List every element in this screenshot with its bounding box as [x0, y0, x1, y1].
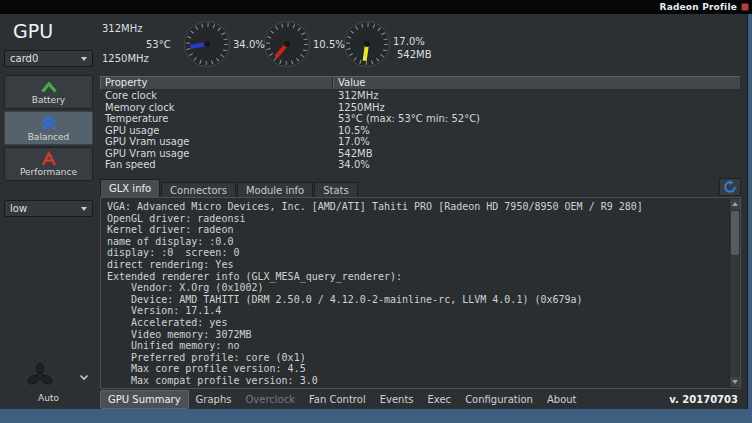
value-cell: 10.5%: [333, 125, 741, 137]
temperature-readout: 53°C: [146, 39, 171, 50]
tab-about[interactable]: About: [540, 391, 584, 408]
table-row: GPU Vram usage17.0%: [100, 136, 741, 148]
value-cell: 312MHz: [333, 90, 741, 102]
tab-exec[interactable]: Exec: [421, 391, 459, 408]
glx-line: Max compat profile version: 3.0: [107, 375, 734, 387]
vram-usage-gauge: [343, 20, 391, 68]
fan-speed-gauge: [183, 20, 231, 68]
tray-icon[interactable]: [741, 3, 749, 11]
glx-line: Vendor: X.Org (0x1002): [107, 282, 734, 294]
glx-info-panel[interactable]: VGA: Advanced Micro Devices, Inc. [AMD/A…: [100, 197, 741, 389]
tab-configuration[interactable]: Configuration: [458, 391, 540, 408]
triangle-down-icon: [732, 380, 738, 384]
glx-line: Version: 17.1.4: [107, 305, 734, 317]
fan-icon: [26, 362, 54, 390]
gpu-usage-value: 10.5%: [313, 39, 345, 50]
memory-clock-readout: 1250MHz: [102, 53, 149, 64]
app-window: GPU card0 Battery Balanced: [0, 14, 748, 409]
column-header-value[interactable]: Value: [333, 76, 741, 90]
table-row: Memory clock1250MHz: [100, 102, 741, 114]
value-cell: 34.0%: [333, 159, 741, 171]
glx-line: Unified memory: no: [107, 340, 734, 352]
value-cell: 17.0%: [333, 136, 741, 148]
vram-usage-percent: 17.0%: [393, 36, 425, 47]
value-cell: 542MB: [333, 148, 741, 160]
tab-gpu-summary[interactable]: GPU Summary: [100, 390, 189, 409]
property-cell: Memory clock: [100, 102, 333, 114]
scrollbar-handle[interactable]: [731, 211, 739, 255]
card-select-value: card0: [10, 53, 38, 64]
refresh-button[interactable]: [719, 178, 741, 196]
tab-glx-info[interactable]: GLX info: [100, 179, 160, 197]
vertical-scrollbar[interactable]: [729, 199, 739, 387]
glx-line: Preferred profile: core (0x1): [107, 352, 734, 364]
property-table: Property Value Core clock312MHz Memory c…: [100, 76, 741, 171]
glx-line: Extended renderer info (GLX_MESA_query_r…: [107, 271, 734, 283]
battery-profile-label: Battery: [32, 95, 65, 105]
value-cell: 1250MHz: [333, 102, 741, 114]
glx-line: direct rendering: Yes: [107, 259, 734, 271]
vram-usage-mb: 542MB: [397, 49, 432, 60]
tab-events[interactable]: Events: [373, 391, 421, 408]
column-header-property[interactable]: Property: [100, 76, 333, 90]
performance-profile-button[interactable]: Performance: [4, 147, 93, 181]
chevron-down-icon: [81, 207, 87, 211]
table-row: Core clock312MHz: [100, 90, 741, 102]
power-level-value: low: [10, 203, 27, 214]
table-row: GPU usage10.5%: [100, 125, 741, 137]
window-titlebar: Radeon Profile: [0, 0, 752, 14]
fan-menu-chevron-icon[interactable]: [79, 374, 89, 381]
glx-line: Max core profile version: 4.5: [107, 363, 734, 375]
glx-line: OpenGL driver: radeonsi: [107, 213, 734, 225]
tab-fan-control[interactable]: Fan Control: [302, 391, 373, 408]
fan-speed-value: 34.0%: [233, 39, 265, 50]
table-header: Property Value: [100, 76, 741, 90]
glx-line: VGA: Advanced Micro Devices, Inc. [AMD/A…: [107, 201, 734, 213]
battery-chevron-icon: [40, 80, 58, 94]
value-cell: 53°C (max: 53°C min: 52°C): [333, 113, 741, 125]
glx-line: Kernel driver: radeon: [107, 224, 734, 236]
property-cell: GPU Vram usage: [100, 136, 333, 148]
desktop: Radeon Profile GPU card0 Battery: [0, 0, 752, 423]
table-row: Temperature53°C (max: 53°C min: 52°C): [100, 113, 741, 125]
glx-line: Video memory: 3072MB: [107, 329, 734, 341]
balanced-profile-label: Balanced: [28, 132, 70, 142]
glx-line: Device: AMD TAHITI (DRM 2.50.0 / 4.12.0-…: [107, 294, 734, 306]
balanced-profile-button[interactable]: Balanced: [4, 111, 93, 145]
glx-line: display: :0 screen: 0: [107, 247, 734, 259]
sidebar: GPU card0 Battery Balanced: [0, 14, 97, 409]
tab-connectors[interactable]: Connectors: [161, 182, 236, 197]
core-clock-readout: 312MHz: [102, 23, 142, 34]
table-row: Fan speed34.0%: [100, 159, 741, 171]
battery-profile-button[interactable]: Battery: [4, 75, 93, 109]
scroll-down-button[interactable]: [730, 377, 740, 387]
chevron-down-icon: [81, 57, 87, 61]
property-cell: Fan speed: [100, 159, 333, 171]
power-level-select[interactable]: low: [4, 200, 93, 217]
glx-line: name of display: :0.0: [107, 236, 734, 248]
fan-mode-label: Auto: [0, 393, 97, 403]
table-row: GPU Vram usage542MB: [100, 148, 741, 160]
gpu-usage-gauge: [263, 20, 311, 68]
balanced-chevron-icon: [40, 115, 58, 131]
card-select[interactable]: card0: [4, 50, 93, 67]
property-cell: Core clock: [100, 90, 333, 102]
window-title: Radeon Profile: [660, 2, 737, 12]
tab-stats[interactable]: Stats: [314, 182, 358, 197]
version-label: v. 20170703: [669, 394, 747, 405]
glx-line: Accelerated: yes: [107, 317, 734, 329]
triangle-up-icon: [732, 202, 738, 206]
bottom-tab-bar: GPU Summary Graphs Overclock Fan Control…: [97, 389, 747, 409]
tab-module-info[interactable]: Module info: [237, 182, 313, 197]
tab-graphs[interactable]: Graphs: [189, 391, 239, 408]
scroll-up-button[interactable]: [730, 199, 740, 209]
property-cell: GPU Vram usage: [100, 148, 333, 160]
performance-profile-label: Performance: [20, 167, 77, 177]
property-cell: GPU usage: [100, 125, 333, 137]
tab-overclock: Overclock: [239, 391, 303, 408]
refresh-icon: [723, 180, 737, 194]
property-cell: Temperature: [100, 113, 333, 125]
performance-icon: [40, 151, 58, 166]
info-tab-bar: GLX info Connectors Module info Stats: [100, 179, 359, 197]
gpu-heading: GPU: [13, 20, 53, 42]
